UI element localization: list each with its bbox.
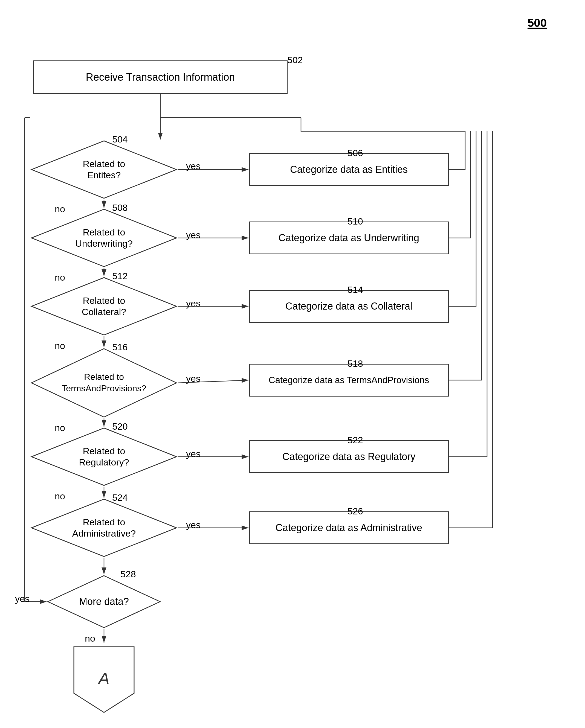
node-520: Related to Regulatory? [30,426,178,487]
yes-label-512: yes [186,298,201,309]
yes-label-516: yes [186,373,201,384]
svg-marker-27 [48,576,160,628]
no-label-528: no [85,633,95,644]
flowchart-page: 500 [0,0,585,728]
yes-label-520: yes [186,448,201,459]
figure-number: 500 [528,17,547,29]
terminal-A: A [71,644,137,716]
svg-marker-24 [31,349,177,417]
stepnum-510: 510 [348,216,363,227]
node-528: More data? [47,574,161,629]
stepnum-504: 504 [112,134,128,145]
stepnum-514: 514 [348,284,363,295]
node-504: Related to Entites? [30,139,178,200]
node-502: Receive Transaction Information [33,60,287,94]
stepnum-506: 506 [348,148,363,158]
svg-text:A: A [98,669,109,687]
stepnum-528: 528 [120,569,136,579]
stepnum-524: 524 [112,492,128,503]
svg-marker-22 [31,209,177,267]
stepnum-516: 516 [112,342,128,353]
yes-label-528: yes [15,594,29,604]
node-524: Related to Administrative? [30,498,178,558]
node-512: Related to Collateral? [30,276,178,336]
stepnum-522: 522 [348,435,363,445]
yes-label-508: yes [186,230,201,240]
stepnum-526: 526 [348,506,363,517]
svg-marker-21 [31,141,177,198]
stepnum-518: 518 [348,358,363,369]
svg-marker-25 [31,428,177,486]
stepnum-508: 508 [112,202,128,213]
svg-marker-26 [31,499,177,556]
stepnum-502: 502 [287,55,303,66]
node-516: Related toTermsAndProvisions? [30,347,178,418]
stepnum-512: 512 [112,271,128,281]
stepnum-520: 520 [112,421,128,432]
yes-label-504: yes [186,161,201,172]
node-508: Related to Underwriting? [30,208,178,268]
yes-label-524: yes [186,520,201,530]
terminal-shape: A [71,644,137,715]
svg-marker-23 [31,278,177,335]
